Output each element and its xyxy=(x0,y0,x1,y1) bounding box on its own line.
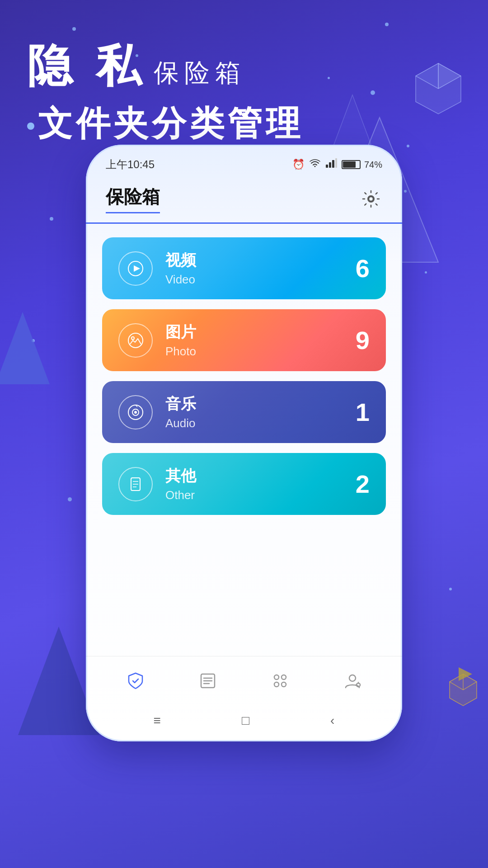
header-section: 隐 私 保险箱 文件夹分类管理 xyxy=(27,36,304,147)
phone-mockup: 上午10:45 ⏰ xyxy=(86,145,402,741)
svg-line-3 xyxy=(416,76,438,89)
video-icon-circle xyxy=(118,251,153,286)
svg-point-40 xyxy=(282,682,286,687)
other-title-en: Other xyxy=(165,488,330,502)
video-count: 6 xyxy=(343,254,370,283)
svg-line-13 xyxy=(450,682,463,690)
svg-point-24 xyxy=(131,337,134,340)
photo-icon-circle xyxy=(118,323,153,358)
category-card-photo[interactable]: 图片 Photo 9 xyxy=(102,309,386,371)
nav-item-profile[interactable] xyxy=(333,665,372,696)
svg-point-27 xyxy=(135,411,136,413)
other-count: 2 xyxy=(343,469,370,499)
home-button[interactable]: □ xyxy=(242,713,249,728)
battery-percent: 74% xyxy=(364,160,382,170)
audio-title-en: Audio xyxy=(165,416,330,430)
svg-point-39 xyxy=(274,682,279,687)
svg-rect-18 xyxy=(335,158,337,168)
audio-card-text: 音乐 Audio xyxy=(165,394,330,430)
other-card-text: 其他 Other xyxy=(165,466,330,502)
photo-card-text: 图片 Photo xyxy=(165,322,330,359)
wifi-icon xyxy=(309,158,321,171)
alarm-icon: ⏰ xyxy=(292,159,305,170)
audio-icon-circle xyxy=(118,395,153,429)
status-time: 上午10:45 xyxy=(106,157,155,172)
svg-point-38 xyxy=(282,675,286,679)
status-bar: 上午10:45 ⏰ xyxy=(86,145,402,177)
header-desc: 文件夹分类管理 xyxy=(27,101,304,147)
header-title-main: 隐 私 xyxy=(27,36,146,97)
category-card-other[interactable]: 其他 Other 2 xyxy=(102,453,386,515)
safe-nav-icon xyxy=(125,670,146,692)
audio-count: 1 xyxy=(343,397,370,427)
svg-rect-17 xyxy=(332,160,334,168)
svg-rect-16 xyxy=(329,162,331,168)
profile-nav-icon xyxy=(342,670,363,692)
other-title-zh: 其他 xyxy=(165,466,330,486)
svg-marker-5 xyxy=(416,63,438,89)
battery-icon: 74% xyxy=(342,160,382,170)
svg-rect-15 xyxy=(326,165,328,168)
svg-point-23 xyxy=(128,333,143,348)
nav-item-safe[interactable] xyxy=(116,665,155,696)
menu-button[interactable]: ≡ xyxy=(154,713,161,728)
signal-icon xyxy=(325,158,337,171)
category-card-audio[interactable]: 音乐 Audio 1 xyxy=(102,381,386,443)
system-nav-bar: ≡ □ ‹ xyxy=(86,709,402,732)
app-titlebar: 保险箱 xyxy=(86,177,402,224)
svg-marker-4 xyxy=(438,63,461,89)
svg-point-20 xyxy=(369,197,373,201)
svg-line-2 xyxy=(438,76,461,89)
svg-marker-10 xyxy=(450,674,477,706)
audio-title-zh: 音乐 xyxy=(165,394,330,415)
photo-title-en: Photo xyxy=(165,344,330,359)
settings-button[interactable] xyxy=(360,188,382,210)
svg-line-12 xyxy=(463,682,477,690)
categories-container: 视频 Video 6 图片 Photo 9 xyxy=(86,224,402,528)
video-card-text: 视频 Video xyxy=(165,250,330,287)
svg-point-41 xyxy=(349,675,356,681)
header-subtitle: 保险箱 xyxy=(154,56,246,90)
list-nav-icon xyxy=(197,670,219,692)
video-title-en: Video xyxy=(165,273,330,287)
app-title: 保险箱 xyxy=(106,184,160,213)
svg-marker-8 xyxy=(0,312,50,384)
apps-nav-icon xyxy=(269,670,291,692)
svg-point-37 xyxy=(274,675,279,679)
photo-title-zh: 图片 xyxy=(165,322,330,343)
svg-marker-22 xyxy=(134,265,140,272)
nav-item-apps[interactable] xyxy=(260,665,300,696)
photo-count: 9 xyxy=(343,326,370,355)
svg-marker-0 xyxy=(416,63,461,114)
bottom-nav xyxy=(86,656,402,705)
category-card-video[interactable]: 视频 Video 6 xyxy=(102,237,386,299)
video-title-zh: 视频 xyxy=(165,250,330,271)
other-icon-circle xyxy=(118,467,153,501)
nav-item-list[interactable] xyxy=(188,665,228,696)
back-button[interactable]: ‹ xyxy=(330,713,334,728)
status-icons: ⏰ xyxy=(292,158,382,171)
svg-marker-14 xyxy=(459,667,472,681)
